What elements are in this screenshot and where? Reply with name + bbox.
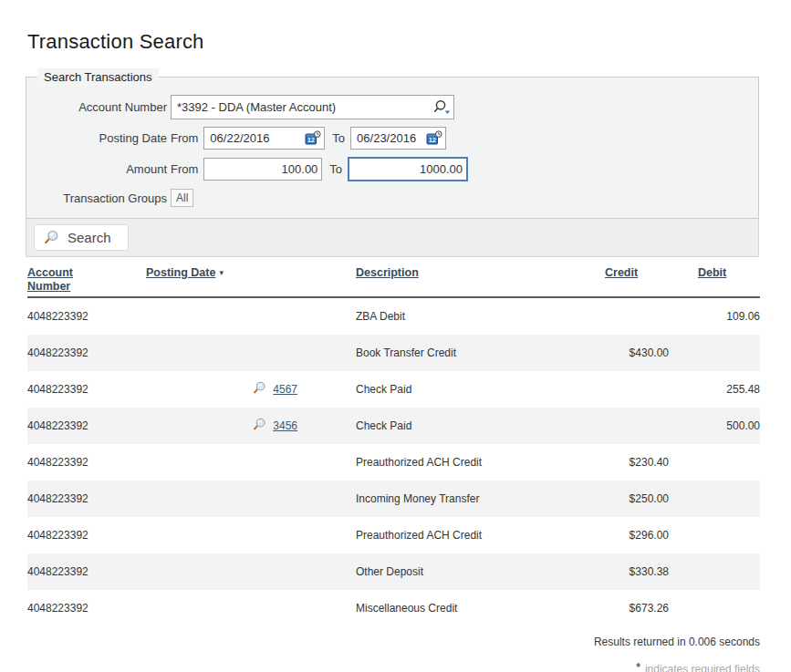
posting-date-label: Posting Date: [36, 131, 167, 145]
table-row: 4048223392 Preauthorized ACH Credit $296…: [27, 517, 760, 553]
required-fields-note: *indicates required fields: [27, 661, 760, 672]
credit-cell: $230.40: [605, 456, 669, 469]
transaction-groups-label: Transaction Groups: [36, 191, 167, 205]
account-number-cell: 4048223392: [27, 565, 146, 578]
table-body: 4048223392 ZBA Debit 109.06 4048223392: [27, 298, 760, 626]
table-row: 4048223392 3456 Check Paid 500.00: [27, 408, 760, 444]
header-posting-date[interactable]: Posting Date▾: [146, 266, 356, 280]
table-row: 4048223392 Book Transfer Credit $430.00: [27, 335, 760, 371]
amount-to-input[interactable]: [349, 159, 466, 180]
posting-date-row: Posting Date From 12 To: [36, 127, 749, 150]
table-row: 4048223392 ZBA Debit 109.06: [27, 298, 760, 335]
header-description[interactable]: Description: [356, 266, 605, 280]
check-link-group: [253, 381, 266, 398]
account-number-cell: 4048223392: [27, 419, 146, 432]
page-title: Transaction Search: [27, 30, 791, 54]
view-check-magnifier-icon[interactable]: [253, 418, 266, 431]
description-cell: Preauthorized ACH Credit: [356, 529, 605, 542]
description-cell: Miscellaneous Credit: [356, 602, 605, 615]
search-panel: Search Transactions Account Number Posti…: [26, 68, 759, 257]
sort-desc-icon: ▾: [219, 268, 224, 277]
amount-label: Amount: [36, 162, 167, 176]
search-button-strip: Search: [26, 219, 759, 257]
header-debit[interactable]: Debit: [669, 266, 760, 280]
table-row: 4048223392 4567 Check Paid 255.48: [27, 371, 760, 408]
search-button-label: Search: [68, 230, 111, 245]
posting-date-cell: 4567: [146, 381, 356, 398]
amount-to-field-focused: [348, 157, 468, 181]
table-row: 4048223392 Other Deposit $330.38: [27, 553, 760, 590]
svg-text:12: 12: [429, 136, 436, 144]
table-header: Account Number Posting Date▾ Description…: [27, 266, 760, 298]
search-magnifier-icon: [44, 230, 59, 245]
calendar-clock-icon[interactable]: 12: [424, 130, 445, 146]
description-cell: Other Deposit: [356, 565, 605, 578]
description-cell: Preauthorized ACH Credit: [356, 456, 605, 469]
posting-date-to-input[interactable]: [351, 128, 424, 149]
credit-cell: $250.00: [605, 492, 669, 505]
posting-date-from-input[interactable]: [204, 128, 303, 149]
amount-from-field: [203, 158, 322, 181]
credit-cell: $296.00: [605, 529, 669, 542]
account-number-field: [171, 95, 454, 119]
posting-date-from-field: 12: [203, 127, 325, 150]
account-number-label: Account Number: [36, 100, 167, 114]
account-number-cell: 4048223392: [27, 529, 146, 542]
amount-from-label: From: [171, 162, 198, 176]
account-number-cell: 4048223392: [27, 492, 146, 505]
search-fieldset: Search Transactions Account Number Posti…: [26, 68, 759, 219]
header-credit[interactable]: Credit: [605, 266, 669, 280]
amount-to-label: To: [329, 162, 342, 176]
description-cell: Check Paid: [356, 383, 605, 396]
results-table: Account Number Posting Date▾ Description…: [27, 266, 760, 626]
credit-cell: $673.26: [605, 602, 669, 615]
check-link-group: [253, 418, 266, 434]
debit-cell: 500.00: [669, 419, 760, 432]
check-number-link[interactable]: 3456: [273, 419, 297, 432]
posting-date-to-label: To: [332, 131, 345, 145]
table-row: 4048223392 Preauthorized ACH Credit $230…: [27, 444, 760, 481]
posting-date-to-field: 12: [350, 127, 446, 150]
debit-cell: 109.06: [669, 310, 760, 323]
transaction-groups-all-button[interactable]: All: [171, 189, 193, 207]
account-lookup-magnifier-icon[interactable]: [431, 99, 453, 115]
table-row: 4048223392 Incoming Money Transfer $250.…: [27, 481, 760, 517]
view-check-magnifier-icon[interactable]: [253, 381, 266, 395]
svg-text:12: 12: [307, 136, 315, 144]
account-number-cell: 4048223392: [27, 456, 146, 469]
account-number-input[interactable]: [172, 96, 431, 119]
transaction-groups-row: Transaction Groups All: [36, 189, 749, 207]
credit-cell: $330.38: [605, 565, 669, 578]
account-number-row: Account Number: [36, 95, 749, 119]
posting-date-cell: 3456: [146, 418, 356, 434]
results-info: Results returned in 0.006 seconds: [27, 636, 760, 648]
debit-cell: 255.48: [669, 383, 760, 396]
account-number-cell: 4048223392: [27, 383, 146, 396]
posting-date-from-label: From: [171, 131, 198, 145]
account-number-cell: 4048223392: [27, 346, 146, 359]
check-number-link[interactable]: 4567: [273, 383, 297, 396]
account-number-cell: 4048223392: [27, 602, 146, 615]
search-legend: Search Transactions: [37, 68, 159, 86]
amount-from-input[interactable]: [204, 159, 321, 180]
header-account-number[interactable]: Account Number: [27, 266, 146, 294]
calendar-clock-icon[interactable]: 12: [303, 130, 324, 146]
description-cell: ZBA Debit: [356, 310, 605, 323]
credit-cell: $430.00: [605, 346, 669, 359]
description-cell: Check Paid: [356, 419, 605, 432]
description-cell: Book Transfer Credit: [356, 346, 605, 359]
table-row: 4048223392 Miscellaneous Credit $673.26: [27, 590, 760, 626]
description-cell: Incoming Money Transfer: [356, 492, 605, 505]
account-number-cell: 4048223392: [27, 310, 146, 323]
required-asterisk: *: [636, 661, 640, 672]
search-button[interactable]: Search: [34, 224, 129, 251]
amount-row: Amount From To: [36, 157, 749, 181]
